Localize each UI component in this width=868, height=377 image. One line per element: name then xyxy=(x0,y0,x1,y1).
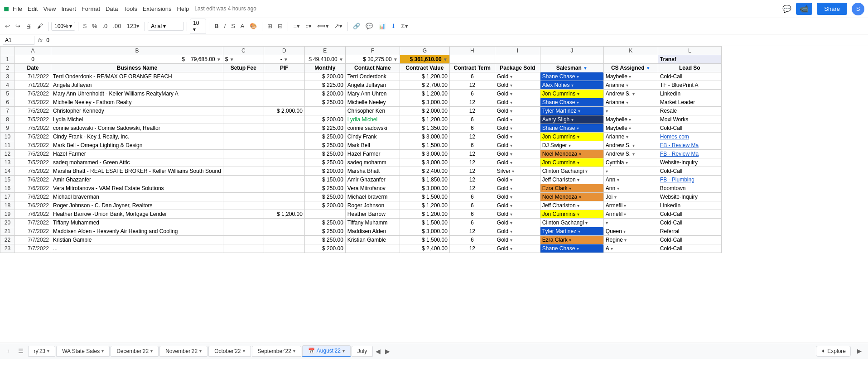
cell-J15[interactable]: Jeff Charlston ▾ xyxy=(540,176,603,184)
cell-K2[interactable]: CS Assigned ▼ xyxy=(603,64,658,72)
cell-H10[interactable]: 12 xyxy=(449,133,495,141)
menu-help[interactable]: Help xyxy=(177,5,189,12)
cell-K7[interactable]: ▾ xyxy=(603,107,658,115)
cell-L12[interactable]: FB - Review Ma xyxy=(658,150,721,158)
v-align-button[interactable]: ↕▾ xyxy=(303,21,314,31)
cell-F19[interactable]: Heather Barrow xyxy=(345,210,400,219)
cell-E13[interactable]: $ 250.00 xyxy=(304,158,345,167)
cell-F1[interactable]: $ 30,275.00 ▼ xyxy=(345,55,400,64)
col-header-K[interactable]: K xyxy=(603,47,658,55)
cell-I17[interactable]: Gold ▾ xyxy=(495,193,540,201)
cell-K11[interactable]: Andrew S. ▾ xyxy=(603,141,658,150)
tab-december22[interactable]: December'22 ▾ xyxy=(111,346,159,357)
link-button[interactable]: 🔗 xyxy=(351,21,362,31)
menu-view[interactable]: View xyxy=(43,5,56,12)
cell-A8[interactable]: 7/5/2022 xyxy=(15,115,51,124)
cell-A2[interactable]: Date xyxy=(15,64,51,72)
cell-J1[interactable] xyxy=(540,55,603,64)
cell-F15[interactable]: Amir Ghazanfer xyxy=(345,176,400,184)
cell-G8[interactable]: $ 1,200.00 xyxy=(400,115,449,124)
cell-A5[interactable]: 7/5/2022 xyxy=(15,90,51,98)
cell-I1[interactable] xyxy=(495,55,540,64)
cell-E2[interactable]: Monthly xyxy=(304,64,345,72)
cell-D7[interactable]: $ 2,000.00 xyxy=(264,107,304,115)
cell-L16[interactable]: Boomtown xyxy=(658,184,721,193)
cell-L2[interactable]: Lead So xyxy=(658,64,721,72)
cell-B5[interactable]: Mary Ann Uhrenholdt - Keller Williams Re… xyxy=(51,90,223,98)
cell-F21[interactable]: Maddisen Alden xyxy=(345,227,400,236)
cell-C5[interactable] xyxy=(223,90,264,98)
cell-B16[interactable]: Vera Mitrofanova - VAM Real Estate Solut… xyxy=(51,184,223,193)
cell-J12[interactable]: Noel Mendoza ▾ xyxy=(540,150,603,158)
cell-J13[interactable]: Jon Cummins ▾ xyxy=(540,158,603,167)
cell-D3[interactable] xyxy=(264,72,304,81)
add-sheet-button[interactable]: + xyxy=(3,346,14,356)
cell-F9[interactable]: connie sadowski xyxy=(345,124,400,133)
col-header-D[interactable]: D xyxy=(264,47,304,55)
cell-J17[interactable]: Noel Mendoza ▾ xyxy=(540,193,603,201)
col-header-H[interactable]: H xyxy=(449,47,495,55)
cell-F8[interactable]: Lydia Michel xyxy=(345,115,400,124)
tab-august22[interactable]: 📅 August'22 ▾ xyxy=(302,345,351,357)
cell-G19[interactable]: $ 1,200.00 xyxy=(400,210,449,219)
cell-I15[interactable]: Gold ▾ xyxy=(495,176,540,184)
cell-J9[interactable]: Shane Chase ▾ xyxy=(540,124,603,133)
cell-G12[interactable]: $ 3,000.00 xyxy=(400,150,449,158)
cell-C12[interactable] xyxy=(223,150,264,158)
cell-K18[interactable]: Armefil ▾ xyxy=(603,201,658,210)
zoom-selector[interactable]: 100% ▾ xyxy=(51,22,75,31)
col-header-B[interactable]: B xyxy=(51,47,223,55)
cell-E6[interactable]: $ 250.00 xyxy=(304,98,345,107)
cell-B12[interactable]: Hazel Farmer xyxy=(51,150,223,158)
cell-H6[interactable]: 12 xyxy=(449,98,495,107)
cell-K14[interactable]: ▾ xyxy=(603,167,658,176)
cell-L11[interactable]: FB - Review Ma xyxy=(658,141,721,150)
cell-I4[interactable]: Gold ▾ xyxy=(495,81,540,90)
cell-G3[interactable]: $ 1,200.00 xyxy=(400,72,449,81)
cell-I22[interactable]: Gold ▾ xyxy=(495,236,540,244)
cell-I12[interactable]: Gold ▾ xyxy=(495,150,540,158)
cell-H20[interactable]: 6 xyxy=(449,219,495,227)
cell-D5[interactable] xyxy=(264,90,304,98)
cell-B14[interactable]: Marsha Bhatt - REAL ESATE BROKER - Kelle… xyxy=(51,167,223,176)
cell-D21[interactable] xyxy=(264,227,304,236)
cell-C19[interactable] xyxy=(223,210,264,219)
cell-E12[interactable]: $ 250.00 xyxy=(304,150,345,158)
cell-C3[interactable] xyxy=(223,72,264,81)
cell-E1[interactable]: $ 49,410.00 ▼ xyxy=(304,55,345,64)
cell-G10[interactable]: $ 3,000.00 xyxy=(400,133,449,141)
cell-B10[interactable]: Cindy Frank - Key 1 Realty, Inc. xyxy=(51,133,223,141)
cell-A4[interactable]: 7/1/2022 xyxy=(15,81,51,90)
cell-K3[interactable]: Maybelle ▾ xyxy=(603,72,658,81)
cell-K5[interactable]: Andrew S. ▾ xyxy=(603,90,658,98)
cell-J23[interactable]: Shane Chase ▾ xyxy=(540,244,603,253)
cell-H11[interactable]: 6 xyxy=(449,141,495,150)
col-header-A[interactable]: A xyxy=(15,47,51,55)
cell-L20[interactable]: Cold-Call xyxy=(658,219,721,227)
cell-K10[interactable]: Arianne ▾ xyxy=(603,133,658,141)
cell-A7[interactable]: 7/5/2022 xyxy=(15,107,51,115)
cell-I2[interactable]: Package Sold xyxy=(495,64,540,72)
cell-A21[interactable]: 7/7/2022 xyxy=(15,227,51,236)
cell-G6[interactable]: $ 3,000.00 xyxy=(400,98,449,107)
cell-K9[interactable]: Maybelle ▾ xyxy=(603,124,658,133)
tab-october22[interactable]: October'22 ▾ xyxy=(208,346,251,357)
cell-F12[interactable]: Hazel Farmer xyxy=(345,150,400,158)
all-sheets-button[interactable]: ☰ xyxy=(14,346,27,356)
cell-H12[interactable]: 12 xyxy=(449,150,495,158)
text-wrap-button[interactable]: ⟺▾ xyxy=(315,21,331,31)
cell-F14[interactable]: Marsha Bhatt xyxy=(345,167,400,176)
cell-G1[interactable]: $ 361,610.00 ▼ xyxy=(400,55,449,64)
scroll-right-button[interactable]: ▶ xyxy=(854,346,865,356)
cell-D14[interactable] xyxy=(264,167,304,176)
cell-L14[interactable]: Cold-Call xyxy=(658,167,721,176)
cell-I23[interactable]: Gold ▾ xyxy=(495,244,540,253)
cell-D17[interactable] xyxy=(264,193,304,201)
cell-K12[interactable]: Andrew S. ▾ xyxy=(603,150,658,158)
cell-I8[interactable]: Gold ▾ xyxy=(495,115,540,124)
tab-wa-state-sales[interactable]: WA State Sales ▾ xyxy=(56,346,110,357)
cell-K20[interactable]: ▾ xyxy=(603,219,658,227)
cell-H1[interactable] xyxy=(449,55,495,64)
cell-B22[interactable]: Kristian Gamble xyxy=(51,236,223,244)
menu-format[interactable]: Format xyxy=(82,5,100,12)
